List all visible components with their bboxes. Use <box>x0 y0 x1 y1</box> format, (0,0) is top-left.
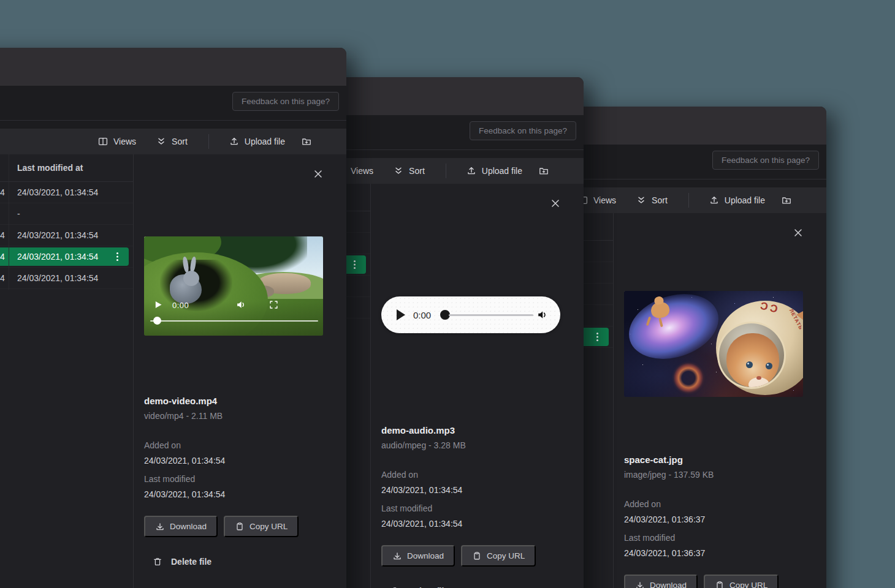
download-button[interactable]: Download <box>144 516 218 537</box>
audio-player[interactable]: 0:00 <box>381 296 560 333</box>
upload-file-button[interactable]: Upload file <box>467 166 522 176</box>
table-body: 424/03/2021, 01:34:54-424/03/2021, 01:34… <box>0 182 133 289</box>
sort-chevrons-icon <box>156 137 166 146</box>
clipboard-icon <box>715 581 724 588</box>
last-modified-label: Last modified <box>144 474 195 484</box>
feedback-button[interactable]: Feedback on this page? <box>712 151 819 170</box>
last-modified-at-header: Last modified at <box>17 163 83 173</box>
folder-plus-icon <box>302 137 312 147</box>
added-on-value: 24/03/2021, 01:34:54 <box>144 456 225 466</box>
volume-icon[interactable] <box>236 300 246 310</box>
sort-button[interactable]: Sort <box>394 166 425 176</box>
truncated-cell: 4 <box>0 230 7 240</box>
column-divider <box>9 154 9 290</box>
galaxy-swirl <box>624 291 727 370</box>
clipboard-icon <box>235 522 244 531</box>
upload-file-label: Upload file <box>482 166 522 176</box>
sort-label: Sort <box>172 137 188 146</box>
toolbar-divider <box>208 134 209 149</box>
ring-nebula <box>672 361 705 394</box>
file-meta: video/mp4 - 2.11 MB <box>144 411 223 421</box>
media-toolbar: Views Sort Upload file <box>0 129 346 154</box>
views-button[interactable]: Views <box>578 195 616 205</box>
views-label: Views <box>113 137 136 146</box>
last-modified-cell: - <box>17 209 20 219</box>
download-button[interactable]: Download <box>381 545 455 567</box>
video-preview[interactable]: 0:00 <box>144 236 323 336</box>
stars-decoration <box>624 291 625 292</box>
upload-file-label: Upload file <box>245 137 285 146</box>
feedback-button[interactable]: Feedback on this page? <box>470 121 576 140</box>
file-name: demo-audio.mp3 <box>381 425 455 435</box>
fullscreen-icon[interactable] <box>269 300 278 309</box>
copy-url-button[interactable]: Copy URL <box>704 575 779 588</box>
play-icon[interactable] <box>154 300 163 309</box>
sort-label: Sort <box>409 166 425 176</box>
delete-file-button[interactable]: Delete file <box>153 557 211 567</box>
table-row[interactable]: 424/03/2021, 01:34:54 <box>0 182 133 203</box>
views-button[interactable]: Views <box>98 137 136 146</box>
table-row[interactable]: 424/03/2021, 01:34:54 <box>0 225 133 246</box>
row-actions-kebab-icon[interactable] <box>116 256 118 258</box>
desktop-background: Feedback on this page? Views Sort Upload… <box>0 0 895 588</box>
feedback-button[interactable]: Feedback on this page? <box>232 92 339 111</box>
window-top-bar <box>0 48 346 86</box>
last-modified-cell: 24/03/2021, 01:34:54 <box>17 252 98 262</box>
media-library-window-video: Feedback on this page? Views Sort Upload… <box>0 48 346 588</box>
table-row[interactable]: 424/03/2021, 01:34:54 <box>0 268 133 289</box>
assets-table: Last modified at 424/03/2021, 01:34:54-4… <box>0 154 133 289</box>
close-icon[interactable] <box>793 228 803 238</box>
copy-url-button[interactable]: Copy URL <box>224 516 299 537</box>
seek-track[interactable] <box>449 314 533 317</box>
row-actions-kebab-icon[interactable] <box>354 264 356 266</box>
download-icon <box>635 581 644 588</box>
folder-plus-icon <box>539 166 549 176</box>
close-icon[interactable] <box>550 198 560 208</box>
sort-button[interactable]: Sort <box>156 137 188 146</box>
astronaut-cat-helmet: ƆƆЛЕТАТЬ <box>716 301 803 395</box>
file-meta: image/jpeg - 137.59 KB <box>624 470 714 480</box>
file-name: space-cat.jpg <box>624 454 683 465</box>
truncated-cell: 4 <box>0 252 7 262</box>
seek-handle[interactable] <box>153 317 161 325</box>
file-details-panel: 0:00 demo-audio.mp3 audio/mpeg - 3.28 MB… <box>371 184 584 588</box>
add-folder-button[interactable] <box>302 137 312 147</box>
toolbar-divider <box>688 193 689 208</box>
volume-icon[interactable] <box>537 309 548 320</box>
truncated-cell: 4 <box>0 273 7 283</box>
upload-file-button[interactable]: Upload file <box>709 195 765 205</box>
file-meta: audio/mpeg - 3.28 MB <box>381 440 466 450</box>
upload-icon <box>229 137 239 146</box>
added-on-value: 24/03/2021, 01:36:37 <box>624 514 705 524</box>
added-on-label: Added on <box>381 470 418 480</box>
sort-label: Sort <box>652 195 668 205</box>
folder-plus-icon <box>782 195 792 206</box>
trash-icon <box>153 557 162 567</box>
added-on-label: Added on <box>624 499 661 509</box>
last-modified-value: 24/03/2021, 01:34:54 <box>381 519 462 529</box>
last-modified-cell: 24/03/2021, 01:34:54 <box>17 230 98 240</box>
upload-icon <box>467 166 476 176</box>
file-details-panel: ƆƆЛЕТАТЬ space-cat.jpg image/jpeg - 137.… <box>614 213 826 588</box>
upload-file-button[interactable]: Upload file <box>229 137 285 146</box>
add-folder-button[interactable] <box>539 166 549 176</box>
upload-file-label: Upload file <box>725 195 765 205</box>
file-details-panel: 0:00 demo-video.mp4 video/mp4 - 2.11 MB … <box>134 154 346 588</box>
page-header-zone: Feedback on this page? <box>0 86 346 129</box>
close-icon[interactable] <box>313 169 323 179</box>
views-label: Views <box>351 166 373 176</box>
last-modified-value: 24/03/2021, 01:36:37 <box>624 548 705 558</box>
table-row[interactable]: 424/03/2021, 01:34:54 <box>0 246 133 268</box>
copy-url-button[interactable]: Copy URL <box>461 545 536 567</box>
seek-track[interactable] <box>150 320 318 322</box>
download-button[interactable]: Download <box>624 575 698 588</box>
sort-button[interactable]: Sort <box>636 195 668 205</box>
cat-face <box>726 333 779 387</box>
last-modified-label: Last modified <box>624 533 675 543</box>
table-row[interactable]: - <box>0 203 133 225</box>
add-folder-button[interactable] <box>782 195 792 206</box>
play-icon[interactable] <box>397 309 405 320</box>
last-modified-value: 24/03/2021, 01:34:54 <box>144 489 225 499</box>
download-icon <box>155 522 164 531</box>
row-actions-kebab-icon[interactable] <box>596 336 598 338</box>
